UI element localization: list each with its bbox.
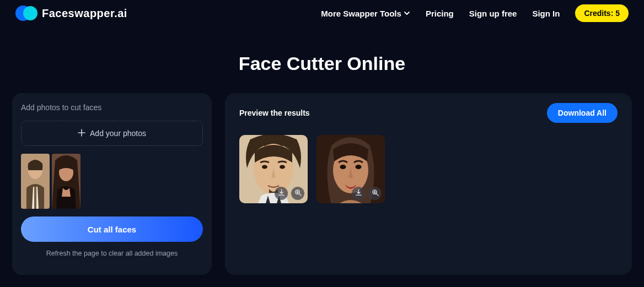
cut-all-faces-button[interactable]: Cut all faces — [21, 216, 203, 242]
nav-signin-label: Sign In — [532, 9, 560, 18]
logo-icon — [15, 3, 36, 24]
nav-pricing[interactable]: Pricing — [426, 9, 454, 18]
zoom-result-button[interactable] — [368, 187, 382, 200]
add-photos-label: Add your photos — [90, 129, 146, 138]
chevron-down-icon — [404, 9, 410, 18]
svg-point-8 — [280, 165, 285, 169]
preview-panel: Preview the results Download All — [225, 93, 632, 275]
svg-point-7 — [262, 165, 267, 169]
credits-badge[interactable]: Credits: 5 — [575, 4, 629, 22]
top-nav: More Swapper Tools Pricing Sign up free … — [321, 4, 629, 22]
credits-label: Credits: 5 — [584, 9, 620, 18]
download-result-button[interactable] — [275, 187, 288, 200]
uploaded-thumb[interactable] — [52, 154, 80, 209]
preview-heading: Preview the results — [239, 109, 310, 117]
svg-point-13 — [356, 165, 362, 169]
svg-rect-2 — [34, 187, 36, 209]
svg-point-12 — [340, 165, 346, 169]
plus-icon — [78, 129, 85, 138]
result-item — [316, 135, 385, 203]
nav-signin[interactable]: Sign In — [532, 9, 560, 18]
zoom-icon — [372, 188, 379, 198]
nav-more-tools[interactable]: More Swapper Tools — [321, 9, 410, 18]
download-icon — [278, 188, 285, 198]
results-grid — [234, 135, 623, 203]
uploaded-thumb[interactable] — [21, 154, 50, 209]
nav-signup[interactable]: Sign up free — [469, 9, 517, 18]
download-result-button[interactable] — [352, 187, 365, 200]
uploaded-thumbs — [21, 154, 203, 209]
add-photos-dropzone[interactable]: Add your photos — [21, 121, 203, 146]
nav-signup-label: Sign up free — [469, 9, 517, 18]
nav-more-tools-label: More Swapper Tools — [321, 9, 401, 18]
download-icon — [355, 188, 362, 198]
refresh-hint: Refresh the page to clear all added imag… — [21, 250, 203, 257]
cut-all-faces-label: Cut all faces — [88, 225, 136, 234]
upload-heading: Add photos to cut faces — [21, 103, 203, 112]
page-title: Face Cutter Online — [0, 53, 644, 74]
brand-logo[interactable]: Faceswapper.ai — [15, 3, 127, 24]
result-item — [239, 135, 308, 203]
nav-pricing-label: Pricing — [426, 9, 454, 18]
zoom-icon — [294, 188, 302, 198]
brand-name: Faceswapper.ai — [42, 7, 127, 20]
download-all-label: Download All — [558, 109, 607, 117]
upload-panel: Add photos to cut faces Add your photos — [12, 93, 212, 275]
download-all-button[interactable]: Download All — [547, 103, 618, 123]
zoom-result-button[interactable] — [291, 187, 304, 200]
